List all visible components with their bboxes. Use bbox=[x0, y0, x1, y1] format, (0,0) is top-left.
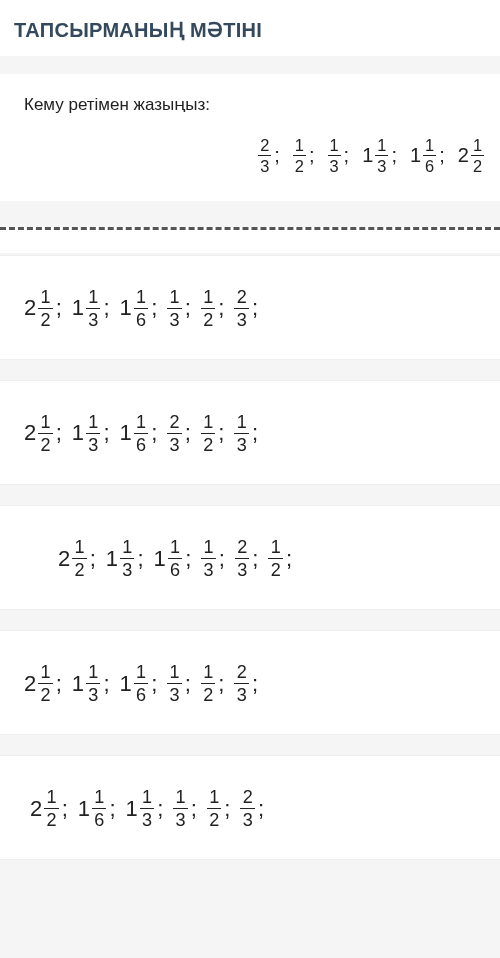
denominator: 3 bbox=[173, 808, 187, 829]
numerator: 1 bbox=[170, 663, 180, 683]
separator: ; bbox=[100, 420, 111, 446]
denominator: 2 bbox=[268, 558, 282, 579]
fraction-stack: 12 bbox=[38, 413, 52, 454]
denominator: 3 bbox=[328, 155, 341, 174]
denominator: 3 bbox=[235, 558, 249, 579]
fraction-stack: 12 bbox=[201, 413, 215, 454]
task-title: ТАПСЫРМАНЫҢ МӘТІНІ bbox=[14, 18, 486, 42]
denominator: 2 bbox=[38, 683, 52, 704]
mixed-number: 116; bbox=[120, 663, 160, 704]
numerator: 1 bbox=[204, 538, 214, 558]
fraction-stack: 23 bbox=[258, 137, 271, 175]
answer-option[interactable]: 212;113;116;13;12;23; bbox=[0, 630, 500, 735]
numerator: 1 bbox=[88, 663, 98, 683]
separator: ; bbox=[249, 671, 260, 697]
whole-part: 2 bbox=[30, 796, 44, 822]
fraction-stack: 12 bbox=[44, 788, 58, 829]
whole-part: 2 bbox=[458, 144, 471, 167]
fraction-stack: 13 bbox=[140, 788, 154, 829]
numerator: 1 bbox=[329, 137, 338, 155]
numerator: 1 bbox=[40, 413, 50, 433]
option-fractions-row: 212;113;116;23;12;13; bbox=[18, 413, 482, 454]
numerator: 2 bbox=[170, 413, 180, 433]
numerator: 1 bbox=[136, 413, 146, 433]
denominator: 6 bbox=[134, 433, 148, 454]
numerator: 1 bbox=[94, 788, 104, 808]
mixed-number: 113; bbox=[126, 788, 166, 829]
fraction-stack: 12 bbox=[201, 663, 215, 704]
whole-part: 1 bbox=[120, 295, 134, 321]
separator: ; bbox=[134, 546, 145, 572]
answer-option[interactable]: 212;113;116;23;12;13; bbox=[0, 380, 500, 485]
fraction: 12; bbox=[201, 288, 227, 329]
whole-part: 1 bbox=[126, 796, 140, 822]
fraction: 13; bbox=[167, 663, 193, 704]
denominator: 2 bbox=[38, 433, 52, 454]
numerator: 2 bbox=[260, 137, 269, 155]
separator: ; bbox=[154, 796, 165, 822]
mixed-number: 113; bbox=[72, 413, 112, 454]
given-fractions-row: 23;12;13;113;116;212 bbox=[24, 137, 486, 175]
mixed-number: 212; bbox=[30, 788, 70, 829]
whole-part: 1 bbox=[72, 671, 86, 697]
answer-option[interactable]: 212;113;116;13;12;23; bbox=[0, 255, 500, 360]
question-box: Кему ретімен жазыңыз: 23;12;13;113;116;2… bbox=[0, 74, 500, 201]
numerator: 1 bbox=[88, 413, 98, 433]
whole-part: 2 bbox=[24, 671, 38, 697]
separator: ; bbox=[436, 144, 447, 167]
fraction: 12; bbox=[201, 413, 227, 454]
fraction-stack: 13 bbox=[173, 788, 187, 829]
mixed-number: 113; bbox=[106, 538, 146, 579]
mixed-number: 212; bbox=[24, 288, 64, 329]
numerator: 1 bbox=[74, 538, 84, 558]
fraction-stack: 13 bbox=[167, 288, 181, 329]
whole-part: 1 bbox=[120, 671, 134, 697]
fraction: 13; bbox=[201, 538, 227, 579]
numerator: 1 bbox=[170, 538, 180, 558]
mixed-number: 116; bbox=[120, 413, 160, 454]
task-header: ТАПСЫРМАНЫҢ МӘТІНІ bbox=[0, 0, 500, 56]
question-prompt: Кему ретімен жазыңыз: bbox=[24, 94, 486, 115]
denominator: 2 bbox=[471, 155, 484, 174]
fraction-stack: 12 bbox=[207, 788, 221, 829]
fraction-stack: 13 bbox=[167, 663, 181, 704]
numerator: 1 bbox=[122, 538, 132, 558]
whole-part: 2 bbox=[58, 546, 72, 572]
numerator: 1 bbox=[136, 288, 146, 308]
denominator: 6 bbox=[134, 683, 148, 704]
fraction: 23; bbox=[234, 663, 260, 704]
numerator: 1 bbox=[203, 413, 213, 433]
separator: ; bbox=[341, 144, 352, 167]
answer-option[interactable]: 212;116;113;13;12;23; bbox=[0, 755, 500, 860]
numerator: 1 bbox=[237, 413, 247, 433]
separator: ; bbox=[148, 295, 159, 321]
whole-part: 1 bbox=[78, 796, 92, 822]
separator: ; bbox=[188, 796, 199, 822]
dashed-separator bbox=[0, 227, 500, 253]
numerator: 2 bbox=[237, 538, 247, 558]
mixed-number: 212; bbox=[24, 413, 64, 454]
numerator: 1 bbox=[203, 288, 213, 308]
fraction: 13; bbox=[328, 137, 352, 175]
numerator: 1 bbox=[295, 137, 304, 155]
separator: ; bbox=[106, 796, 117, 822]
separator: ; bbox=[215, 420, 226, 446]
separator: ; bbox=[182, 295, 193, 321]
separator: ; bbox=[148, 420, 159, 446]
separator: ; bbox=[249, 295, 260, 321]
mixed-number: 212; bbox=[24, 663, 64, 704]
separator: ; bbox=[87, 546, 98, 572]
denominator: 3 bbox=[201, 558, 215, 579]
denominator: 3 bbox=[375, 155, 388, 174]
numerator: 1 bbox=[176, 788, 186, 808]
separator: ; bbox=[249, 420, 260, 446]
separator: ; bbox=[53, 420, 64, 446]
fraction: 12; bbox=[201, 663, 227, 704]
answer-option[interactable]: 212;113;116;13;23;12; bbox=[0, 505, 500, 610]
fraction-stack: 12 bbox=[471, 137, 484, 175]
mixed-number: 212; bbox=[58, 538, 98, 579]
separator: ; bbox=[100, 671, 111, 697]
denominator: 3 bbox=[167, 433, 181, 454]
whole-part: 1 bbox=[72, 295, 86, 321]
whole-part: 1 bbox=[120, 420, 134, 446]
